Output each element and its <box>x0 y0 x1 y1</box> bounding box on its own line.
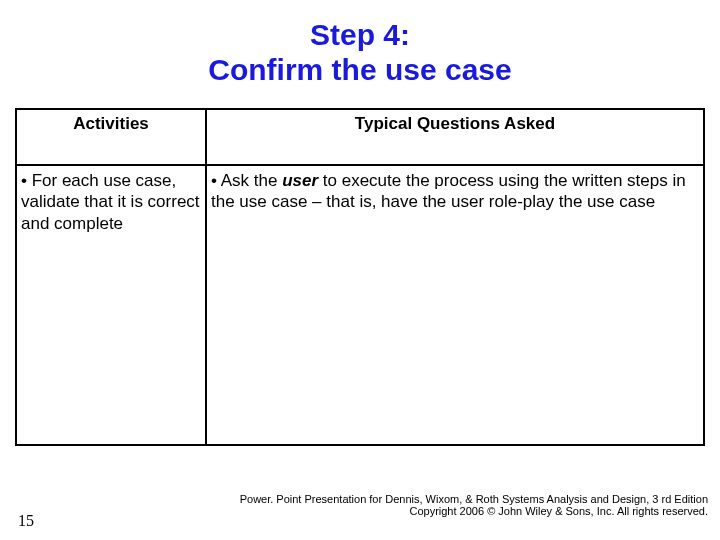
header-questions: Typical Questions Asked <box>206 109 704 165</box>
title-line-1: Step 4: <box>0 18 720 53</box>
cell-activities: • For each use case, validate that it is… <box>16 165 206 445</box>
table-row: • For each use case, validate that it is… <box>16 165 704 445</box>
header-activities: Activities <box>16 109 206 165</box>
slide: Step 4: Confirm the use case Activities … <box>0 0 720 540</box>
slide-title: Step 4: Confirm the use case <box>0 0 720 87</box>
questions-prefix: • Ask the <box>211 171 282 190</box>
table-header-row: Activities Typical Questions Asked <box>16 109 704 165</box>
content-table: Activities Typical Questions Asked • For… <box>15 108 705 446</box>
footer-line-2: Copyright 2006 © John Wiley & Sons, Inc.… <box>240 505 708 518</box>
questions-user-word: user <box>282 171 318 190</box>
cell-questions: • Ask the user to execute the process us… <box>206 165 704 445</box>
title-line-2: Confirm the use case <box>0 53 720 88</box>
footer: Power. Point Presentation for Dennis, Wi… <box>240 493 708 518</box>
page-number: 15 <box>18 512 34 530</box>
footer-line-1: Power. Point Presentation for Dennis, Wi… <box>240 493 708 506</box>
